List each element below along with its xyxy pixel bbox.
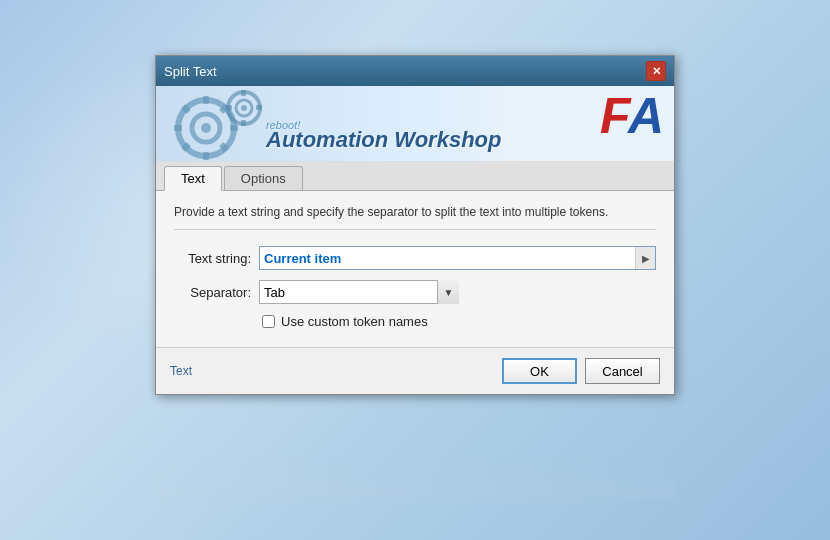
dialog-title: Split Text [164, 64, 217, 79]
banner-logo-a: A [628, 88, 664, 144]
separator-select[interactable]: Tab Space Comma Semicolon Newline Custom [259, 280, 459, 304]
text-string-arrow[interactable]: ▶ [635, 247, 655, 269]
cancel-button[interactable]: Cancel [585, 358, 660, 384]
separator-select-wrapper: Tab Space Comma Semicolon Newline Custom… [259, 280, 459, 304]
footer-text-link[interactable]: Text [170, 364, 192, 378]
svg-rect-3 [203, 96, 209, 104]
split-text-dialog: Split Text ✕ rebo [155, 55, 675, 395]
svg-rect-6 [230, 125, 238, 131]
footer-buttons: OK Cancel [502, 358, 660, 384]
tab-text[interactable]: Text [164, 166, 222, 191]
separator-label: Separator: [174, 285, 259, 300]
banner-logo: FA [600, 91, 664, 141]
text-string-row: Text string: ▶ [174, 246, 656, 270]
svg-rect-16 [226, 105, 232, 110]
tab-bar: Text Options [156, 162, 674, 191]
description-text: Provide a text string and specify the se… [174, 205, 656, 230]
panel-content: Provide a text string and specify the se… [156, 191, 674, 347]
text-input-wrapper[interactable]: ▶ [259, 246, 656, 270]
svg-rect-14 [241, 90, 246, 96]
banner-title: reboot! Automation Workshop [266, 119, 501, 153]
ok-button[interactable]: OK [502, 358, 577, 384]
dialog-reflection [155, 460, 675, 500]
separator-row: Separator: Tab Space Comma Semicolon New… [174, 280, 656, 304]
title-bar: Split Text ✕ [156, 56, 674, 86]
footer: Text OK Cancel [156, 347, 674, 394]
svg-point-2 [201, 123, 211, 133]
close-button[interactable]: ✕ [646, 61, 666, 81]
custom-token-label[interactable]: Use custom token names [281, 314, 428, 329]
content-area: Text Options Provide a text string and s… [156, 161, 674, 347]
svg-rect-4 [203, 152, 209, 160]
svg-rect-15 [241, 120, 246, 126]
svg-rect-5 [174, 125, 182, 131]
banner-product-name: Automation Workshop [266, 127, 501, 152]
checkbox-row: Use custom token names [262, 314, 656, 329]
custom-token-checkbox[interactable] [262, 315, 275, 328]
banner-gears-image [156, 86, 276, 161]
svg-point-13 [241, 105, 247, 111]
text-string-input[interactable] [260, 251, 635, 266]
banner: reboot! Automation Workshop FA [156, 86, 674, 161]
text-string-label: Text string: [174, 251, 259, 266]
svg-rect-17 [256, 105, 262, 110]
tab-options[interactable]: Options [224, 166, 303, 190]
banner-logo-f: F [600, 88, 628, 144]
